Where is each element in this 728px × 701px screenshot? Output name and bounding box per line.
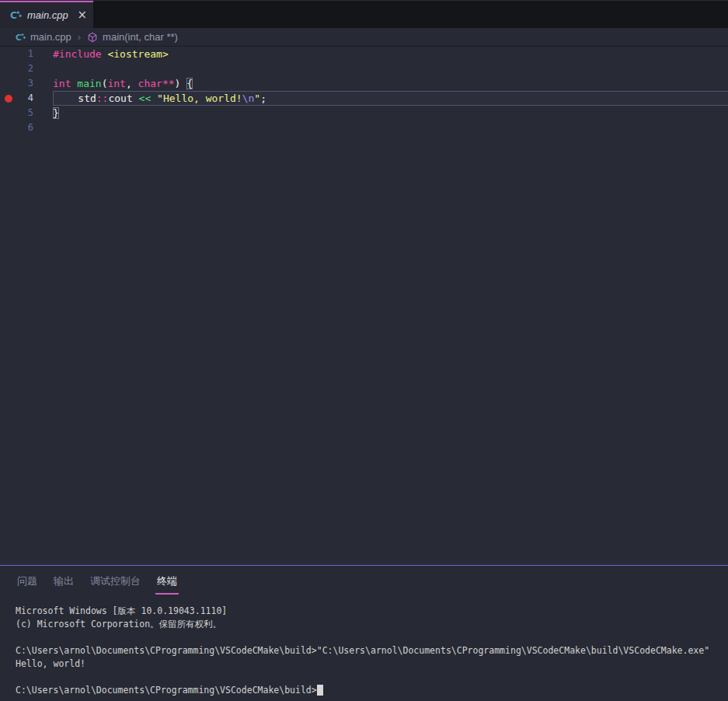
code-token: <<	[139, 92, 152, 104]
code-token	[151, 92, 157, 104]
panel-tab-problems[interactable]: 问题	[16, 566, 38, 597]
line-number: 2	[28, 63, 33, 74]
code-text[interactable]	[53, 61, 728, 76]
code-line: 4 std::cout << "Hello, world!\n";	[0, 91, 728, 106]
terminal-line: Microsoft Windows [版本 10.0.19043.1110]	[16, 605, 728, 618]
gutter[interactable]: 3	[0, 76, 53, 91]
line-number: 1	[28, 48, 33, 59]
terminal-cursor	[317, 685, 323, 696]
terminal-output[interactable]: Microsoft Windows [版本 10.0.19043.1110](c…	[0, 597, 728, 701]
code-token: ::	[96, 92, 109, 104]
editor-lines: 1#include <iostream>23int main(int, char…	[0, 47, 728, 135]
bottom-panel: 问题输出调试控制台终端 Microsoft Windows [版本 10.0.1…	[0, 565, 728, 701]
svg-text:C: C	[16, 33, 22, 42]
code-text[interactable]: int main(int, char**) {	[53, 76, 728, 91]
code-token: **	[162, 78, 175, 89]
panel-tabs: 问题输出调试控制台终端	[0, 566, 728, 597]
gutter[interactable]: 6	[0, 120, 53, 135]
gutter[interactable]: 1	[0, 47, 53, 61]
line-number: 6	[28, 122, 33, 133]
terminal-line: (c) Microsoft Corporation。保留所有权利。	[16, 618, 728, 631]
gutter[interactable]: 5	[0, 106, 53, 120]
breadcrumb-file[interactable]: main.cpp	[30, 31, 71, 43]
code-line: 3int main(int, char**) {	[0, 76, 728, 91]
code-token: int	[53, 78, 71, 89]
code-token: "	[254, 92, 260, 104]
code-text[interactable]: std::cout << "Hello, world!\n";	[53, 91, 728, 106]
cpp-file-icon: C	[16, 32, 26, 42]
code-line: 6	[0, 120, 728, 135]
gutter[interactable]: 4	[0, 91, 53, 106]
gutter[interactable]: 2	[0, 61, 53, 76]
editor-tab-bar: C main.cpp ×	[0, 1, 728, 28]
symbol-method-icon	[87, 32, 98, 43]
code-token: }	[53, 107, 59, 119]
code-token: std	[54, 92, 96, 104]
terminal-line: Hello, world!	[16, 657, 728, 671]
line-number: 4	[28, 92, 33, 103]
code-token: )	[175, 78, 187, 89]
tab-title: main.cpp	[27, 9, 71, 21]
cpp-file-icon: C	[10, 9, 22, 21]
code-token: "Hello, world!	[157, 92, 242, 104]
code-line: 1#include <iostream>	[0, 47, 728, 61]
terminal-line: C:\Users\arnol\Documents\CProgramming\VS…	[16, 644, 728, 657]
terminal-line	[16, 671, 728, 684]
close-icon[interactable]: ×	[77, 9, 87, 21]
breadcrumb: C main.cpp › main(int, char **)	[0, 28, 728, 47]
chevron-right-icon: ›	[78, 31, 81, 43]
code-token: cout	[108, 92, 132, 104]
code-token: #include	[53, 48, 102, 60]
code-token: <iostream>	[107, 48, 168, 60]
code-token: \n	[242, 92, 255, 104]
tab-main-cpp[interactable]: C main.cpp ×	[0, 1, 93, 28]
breadcrumb-symbol[interactable]: main(int, char **)	[103, 31, 178, 43]
code-text[interactable]	[53, 120, 728, 135]
panel-tab-terminal[interactable]: 终端	[156, 566, 178, 597]
code-editor[interactable]: 1#include <iostream>23int main(int, char…	[0, 47, 728, 565]
panel-tab-debug-console[interactable]: 调试控制台	[89, 566, 141, 597]
code-token: {	[186, 78, 193, 89]
code-line: 5}	[0, 106, 728, 120]
code-token: int	[107, 78, 125, 89]
code-token: ,	[126, 78, 138, 89]
code-text[interactable]: #include <iostream>	[53, 47, 728, 61]
code-token: ;	[260, 92, 266, 104]
panel-tab-output[interactable]: 输出	[53, 566, 75, 597]
line-number: 5	[28, 107, 33, 118]
vscode-window: C main.cpp × C main.cpp › main(int, char…	[0, 0, 728, 701]
svg-text:C: C	[10, 10, 17, 21]
terminal-line: C:\Users\arnol\Documents\CProgramming\VS…	[16, 684, 728, 697]
terminal-line	[16, 631, 728, 644]
code-token: char	[138, 78, 162, 89]
breakpoint-icon[interactable]	[5, 95, 12, 103]
code-text[interactable]: }	[53, 106, 728, 120]
line-number: 3	[28, 78, 33, 89]
code-line: 2	[0, 61, 728, 76]
code-token: main	[77, 78, 101, 89]
code-token	[133, 92, 139, 104]
